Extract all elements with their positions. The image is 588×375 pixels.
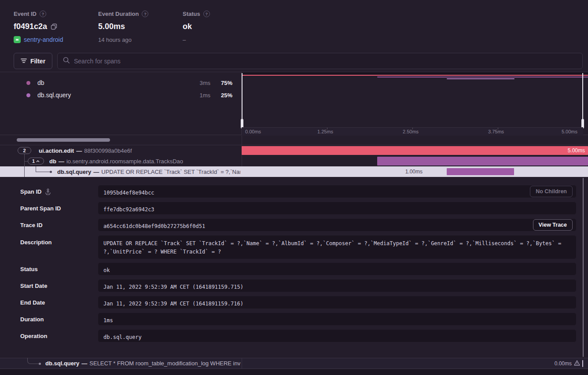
span-row-db[interactable]: 1 db — io.sentry.android.roomsample.data… (0, 156, 588, 166)
minimap-span-db (377, 77, 588, 77)
detail-value-operation: db.sql.query (98, 329, 577, 342)
span-op: db.sql.query (45, 360, 79, 367)
event-age: 14 hours ago (98, 37, 148, 43)
span-duration: 0.00ms (555, 360, 572, 367)
event-id-metric: Event ID ? f0491c2a sentry-android (14, 11, 63, 43)
op-name: db.sql.query (37, 92, 71, 99)
span-children-badge-expanded[interactable]: 1 (28, 158, 44, 165)
axis-tick: 5.00ms (562, 128, 577, 136)
help-icon[interactable]: ? (40, 11, 46, 17)
op-duration: 3ms (192, 80, 210, 86)
span-row-ui-action-edit[interactable]: 2 ui.action.edit — 88f300998a0b4e6f 5.00… (0, 145, 588, 156)
status-metric: Status ? ok – (183, 11, 210, 43)
tree-scroll-strip (0, 136, 588, 145)
op-color-dot (26, 93, 30, 97)
filter-button[interactable]: Filter (14, 53, 52, 69)
no-children-button[interactable]: No Children (530, 186, 573, 197)
op-name: db (37, 79, 44, 86)
op-percent: 75% (216, 80, 232, 86)
copy-icon[interactable] (51, 23, 57, 30)
detail-value-status: ok (98, 262, 577, 276)
op-percent: 25% (216, 92, 232, 99)
axis-tick: 1.25ms (317, 128, 333, 136)
viewport-handle-right[interactable] (582, 73, 583, 121)
zero-duration-marker (582, 360, 583, 367)
detail-value-trace-id: a654cc61dc0b48ef9d0b27275b6f0d51 View Tr… (98, 218, 577, 232)
span-desc: SELECT * FROM room_table_modification_lo… (89, 360, 240, 367)
detail-value-span-id: 1095bd4ef8e94bcc No Children (98, 185, 577, 198)
minimap-header-strip (242, 72, 588, 74)
search-input[interactable] (74, 58, 577, 65)
span-duration: 5.00ms (568, 145, 585, 156)
status-label: Status (183, 11, 200, 17)
axis-tick: 3.75ms (488, 128, 504, 136)
axis-tick: 0.00ms (245, 128, 261, 136)
minimap-chart[interactable] (242, 72, 588, 127)
android-platform-icon (14, 36, 21, 43)
operations-breakdown: db 3ms 75% db.sql.query 1ms 25% (0, 72, 242, 135)
anchor-icon[interactable] (45, 188, 51, 195)
legend-item-db-sql-query[interactable]: db.sql.query 1ms 25% (26, 91, 232, 99)
leaf-dot (50, 171, 52, 173)
detail-label-parent-span-id: Parent Span ID (20, 205, 61, 212)
chevron-up-icon (36, 160, 40, 162)
minimap-span-db-sql-query (447, 78, 514, 79)
event-header: Event ID ? f0491c2a sentry-android Event… (0, 0, 588, 48)
span-op: db.sql.query (57, 169, 91, 175)
op-color-dot (26, 81, 30, 85)
legend-item-db[interactable]: db 3ms 75% (26, 78, 232, 87)
vertical-scrollbar[interactable] (583, 178, 584, 357)
help-icon[interactable]: ? (142, 11, 148, 17)
span-search (57, 53, 583, 69)
filter-icon (21, 58, 27, 65)
tree-elbow-connector (27, 358, 40, 364)
filter-button-label: Filter (30, 58, 45, 65)
detail-label-start-date: Start Date (20, 283, 47, 289)
detail-label-description: Description (20, 239, 52, 246)
project-link[interactable]: sentry-android (24, 36, 63, 43)
viewport-handle-left[interactable] (242, 73, 243, 121)
detail-label-operation: Operation (20, 333, 47, 339)
event-id-label: Event ID (14, 11, 37, 17)
view-trace-button[interactable]: View Trace (533, 219, 573, 231)
status-sub: – (183, 37, 210, 43)
span-waterfall: 2 ui.action.edit — 88f300998a0b4e6f 5.00… (0, 145, 588, 177)
span-children-badge[interactable]: 2 (18, 147, 31, 154)
span-detail-view: Event ID ? f0491c2a sentry-android Event… (0, 0, 588, 375)
span-desc: UPDATE OR REPLACE `Track` SET `TrackId` … (101, 169, 240, 175)
detail-label-status: Status (20, 266, 38, 272)
span-bar-db[interactable] (377, 157, 588, 165)
help-icon[interactable]: ? (203, 11, 210, 17)
span-details-panel: Span ID 1095bd4ef8e94bcc No Children Par… (0, 177, 588, 358)
detail-label-span-id: Span ID (20, 188, 51, 195)
status-value: ok (183, 22, 192, 31)
span-desc: 88f300998a0b4e6f (84, 147, 132, 154)
detail-label-trace-id: Trace ID (20, 222, 43, 228)
detail-value-start-date: Jan 11, 2022 9:52:39 AM CET (1641891159.… (98, 279, 577, 292)
op-duration: 1ms (192, 92, 210, 99)
span-bar-db-sql-query[interactable] (447, 168, 514, 175)
event-id-value: f0491c2a (14, 22, 47, 31)
axis-tick: 2.50ms (403, 128, 419, 136)
span-desc: io.sentry.android.roomsample.data.Tracks… (66, 158, 183, 165)
detail-label-end-date: End Date (20, 299, 45, 306)
span-row-db-sql-query-selected[interactable]: db.sql.query — UPDATE OR REPLACE `Track`… (0, 166, 588, 177)
warning-icon (574, 360, 580, 367)
event-duration-value: 5.00ms (98, 22, 125, 31)
event-duration-metric: Event Duration ? 5.00ms 14 hours ago (98, 11, 148, 43)
detail-value-end-date: Jan 11, 2022 9:52:39 AM CET (1641891159.… (98, 296, 577, 309)
detail-label-duration: Duration (20, 316, 44, 323)
horizontal-scrollbar[interactable] (17, 138, 110, 142)
span-toolbar: Filter (14, 53, 583, 69)
trace-minimap: db 3ms 75% db.sql.query 1ms 25% 0.00ms (0, 72, 588, 135)
span-row-db-sql-query-select[interactable]: db.sql.query — SELECT * FROM room_table_… (0, 358, 588, 369)
search-icon (63, 57, 70, 66)
detail-value-duration: 1ms (98, 312, 577, 326)
time-axis: 0.00ms 1.25ms 2.50ms 3.75ms 5.00ms (242, 127, 583, 136)
span-bar-ui-action-edit[interactable] (242, 146, 588, 155)
span-op: db (49, 158, 56, 165)
detail-value-description: UPDATE OR REPLACE `Track` SET `TrackId` … (98, 235, 577, 259)
leaf-dot (39, 363, 41, 365)
page-bottom-strip (0, 369, 588, 375)
span-op: ui.action.edit (39, 147, 74, 154)
